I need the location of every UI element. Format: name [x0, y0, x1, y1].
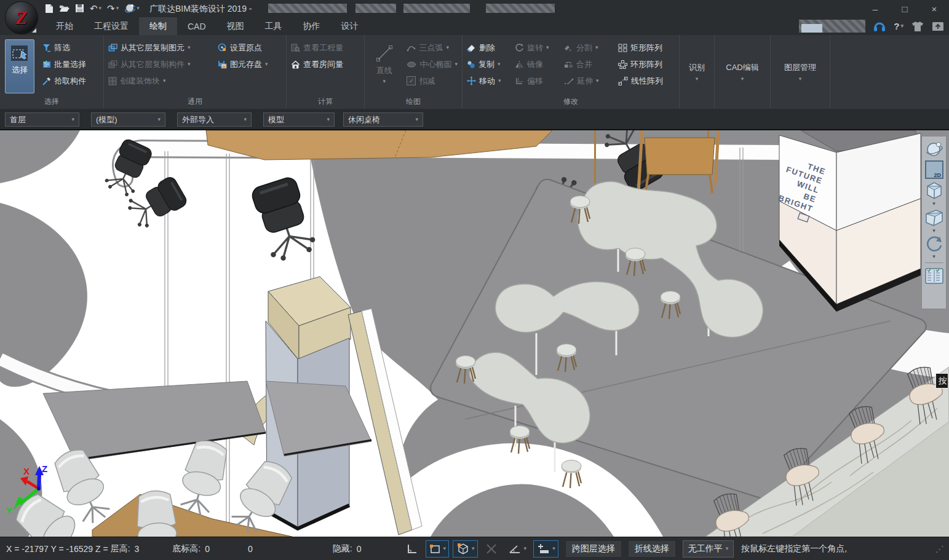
- ribbon-item-rect-array[interactable]: 矩形阵列: [614, 39, 675, 56]
- rect-array-icon: [618, 44, 627, 52]
- chevron-down-icon[interactable]: ▾: [932, 254, 935, 259]
- tab-cad[interactable]: CAD: [177, 17, 216, 35]
- tab-design[interactable]: 设计: [331, 17, 369, 35]
- resize-grip-icon[interactable]: ⋰: [935, 544, 944, 554]
- component-type-select[interactable]: 休闲桌椅▾: [343, 112, 423, 127]
- select-big-button[interactable]: 选择: [5, 39, 34, 93]
- close-button[interactable]: ×: [919, 0, 949, 17]
- layer-manage-button[interactable]: 图层管理▾: [771, 35, 830, 109]
- ribbon-item-move[interactable]: 移动▾: [463, 73, 510, 89]
- ribbon-item-rotate[interactable]: 旋转▾: [510, 39, 560, 56]
- cross-layer-select-button[interactable]: 跨图层选择: [566, 541, 621, 557]
- ribbon-item-mirror[interactable]: 镜像: [510, 56, 560, 73]
- app-logo[interactable]: Z: [6, 2, 38, 34]
- tab-tools[interactable]: 工具: [255, 17, 293, 35]
- move-icon: [467, 76, 476, 85]
- chevron-down-icon: ▾: [455, 61, 458, 67]
- 2d-view-icon[interactable]: 2D: [924, 160, 944, 179]
- redo-button[interactable]: ↷▾: [107, 4, 119, 14]
- angle-snap-toggle[interactable]: ▾: [505, 540, 530, 558]
- display-options-icon[interactable]: [924, 266, 945, 286]
- coord-entry-toggle[interactable]: ▾: [533, 540, 558, 558]
- ribbon-item-copy[interactable]: 复制▾: [463, 56, 510, 73]
- help-button[interactable]: ?▾: [894, 21, 903, 31]
- ribbon-item-pick-component[interactable]: 拾取构件: [38, 73, 90, 89]
- new-file-button[interactable]: [44, 4, 54, 14]
- tab-start[interactable]: 开始: [46, 17, 84, 35]
- ribbon-item-split[interactable]: 分割▾: [560, 39, 614, 56]
- ribbon-item-view-quantities[interactable]: 查看工程量: [287, 39, 347, 56]
- view-cube-toggle[interactable]: ▾: [453, 540, 478, 558]
- logo-corner-icon: [32, 28, 36, 33]
- open-file-button[interactable]: [59, 4, 69, 13]
- chevron-down-icon[interactable]: ▾: [932, 201, 935, 206]
- view-quantities-icon: [291, 44, 300, 52]
- workplane-select[interactable]: 无工作平▾: [683, 540, 734, 558]
- chevron-down-icon: ▾: [596, 78, 599, 84]
- tab-collaborate[interactable]: 协作: [293, 17, 331, 35]
- ribbon-item-filter[interactable]: 筛选: [38, 39, 90, 56]
- chevron-down-icon: ▾: [546, 45, 549, 50]
- extend-icon: [564, 77, 574, 85]
- ribbon-item-offset[interactable]: 偏移: [510, 73, 560, 89]
- line-big-button[interactable]: 直线 ▾: [370, 39, 399, 93]
- orbit-icon[interactable]: [924, 140, 944, 159]
- ribbon-item-copy-component-from-layer[interactable]: 从其它层复制构件▾: [104, 56, 213, 73]
- redacted-title-block: [355, 4, 396, 13]
- viewport-3d[interactable]: THE FUTURE WILL BE BRIGHT: [0, 130, 949, 537]
- ribbon-group-modify: 删除 复制▾ 移动▾ 旋转▾ 镜像 偏移 分割▾ 合并 延伸▾ 矩形阵列 环形阵…: [463, 35, 680, 109]
- right-angle-toggle[interactable]: [402, 540, 422, 558]
- floor-select[interactable]: 首层▾: [5, 112, 79, 127]
- deduction-checkbox[interactable]: ✓: [407, 76, 416, 85]
- redacted-title-block: [486, 4, 555, 13]
- tab-draw[interactable]: 绘制: [139, 17, 177, 35]
- model-paren-select[interactable]: (模型)▾: [91, 112, 165, 127]
- ribbon-item-polar-array[interactable]: 环形阵列: [614, 56, 675, 73]
- eyedropper-icon: [42, 77, 51, 85]
- copy-component-icon: [108, 60, 117, 69]
- pendant-stem[interactable]: [594, 130, 596, 183]
- ribbon-item-set-origin[interactable]: 设置原点: [213, 39, 272, 56]
- viewport-3d-scene[interactable]: THE FUTURE WILL BE BRIGHT: [0, 130, 949, 537]
- model-select[interactable]: 模型▾: [263, 112, 335, 127]
- cad-edit-button[interactable]: CAD编辑▾: [715, 35, 770, 109]
- open-file-icon: [59, 4, 69, 13]
- bottom-elevation-label: 底标高:: [172, 543, 201, 554]
- maximize-button[interactable]: □: [890, 0, 919, 17]
- save-button[interactable]: [75, 4, 84, 13]
- recognize-button[interactable]: 识别▾: [680, 35, 714, 109]
- undo-button[interactable]: ↶▾: [90, 4, 101, 14]
- ribbon-item-erase[interactable]: 删除: [463, 39, 510, 56]
- rotate-view-icon[interactable]: [924, 235, 944, 253]
- theme-shirt-icon[interactable]: [911, 21, 924, 32]
- rect-select-toggle[interactable]: ▾: [426, 540, 450, 558]
- import-source-select[interactable]: 外部导入▾: [177, 112, 252, 127]
- polyline-select-button[interactable]: 折线选择: [629, 541, 675, 557]
- headset-support-icon[interactable]: [873, 20, 886, 32]
- tab-view[interactable]: 视图: [216, 17, 255, 35]
- ribbon-item-deduction[interactable]: ✓扣减: [402, 73, 462, 89]
- minimize-button[interactable]: –: [860, 0, 890, 17]
- iso-cube-icon[interactable]: [924, 181, 945, 200]
- ribbon-item-three-point-arc[interactable]: 三点弧▾: [402, 39, 462, 56]
- ribbon-item-extend[interactable]: 延伸▾: [560, 73, 614, 89]
- tab-project-settings[interactable]: 工程设置: [84, 17, 139, 35]
- intersection-snap-toggle[interactable]: [482, 540, 501, 558]
- ribbon-item-view-room-quantities[interactable]: 查看房间量: [287, 56, 347, 73]
- ribbon-item-center-ellipse[interactable]: 中心椭圆▾: [402, 56, 462, 73]
- ribbon-item-copy-element-from-layer[interactable]: 从其它层复制图元▾: [104, 39, 213, 56]
- ribbon-item-create-block[interactable]: 创建装饰块▾: [104, 73, 213, 89]
- batch-select-icon: [42, 60, 51, 69]
- perspective-cube-icon[interactable]: [924, 208, 945, 227]
- upgrade-window-icon[interactable]: [932, 21, 944, 32]
- chevron-down-icon: ▾: [327, 117, 330, 122]
- chevron-down-icon[interactable]: ▾: [932, 228, 935, 233]
- ribbon-item-linear-array[interactable]: 线性阵列: [614, 73, 675, 89]
- orbit-view-button[interactable]: ▾: [124, 3, 140, 14]
- copy-icon: [467, 60, 475, 69]
- ribbon-item-merge[interactable]: 合并: [560, 56, 614, 73]
- view-room-icon: [291, 60, 300, 69]
- save-icon: [75, 4, 84, 13]
- ribbon-item-batch-select[interactable]: 批量选择: [38, 56, 90, 73]
- ribbon-item-save-element[interactable]: 图元存盘▾: [213, 56, 272, 73]
